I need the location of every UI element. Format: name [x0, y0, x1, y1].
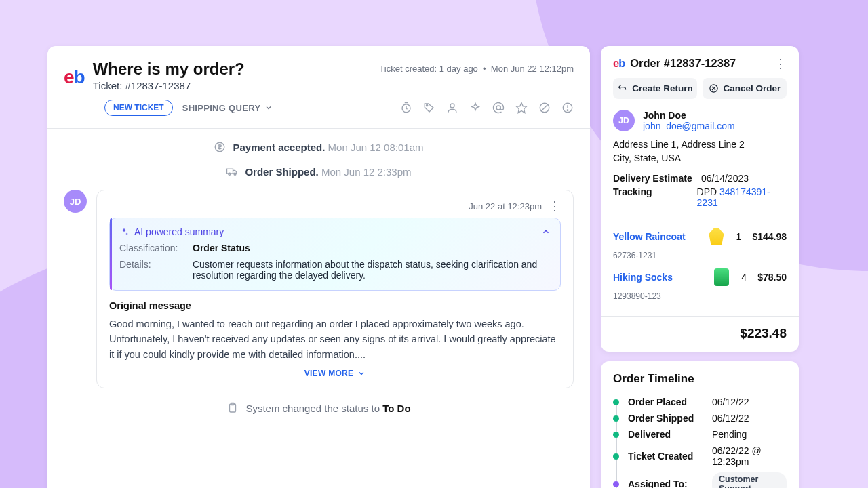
original-message-heading: Original message: [109, 300, 561, 311]
svg-point-3: [496, 106, 500, 110]
svg-line-6: [541, 104, 549, 112]
sparkle-icon[interactable]: [469, 102, 481, 114]
svg-point-9: [567, 110, 568, 111]
customer-avatar: JD: [613, 110, 635, 131]
view-more-button[interactable]: VIEW MORE: [109, 369, 561, 378]
original-message-body: Good morning, I wanted to reach out rega…: [109, 317, 561, 362]
brand-logo: eb: [64, 60, 85, 92]
mention-icon[interactable]: [492, 102, 505, 114]
new-ticket-badge: NEW TICKET: [104, 100, 173, 116]
ticket-panel: eb Where is my order? Ticket: #12837-123…: [47, 46, 590, 488]
order-item: Hiking Socks 4 $78.50 1293890-123: [613, 268, 787, 306]
svg-point-12: [229, 173, 231, 175]
customer-email[interactable]: john_doe@gmail.com: [643, 121, 735, 131]
order-total: $223.48: [613, 326, 787, 341]
svg-point-1: [427, 105, 428, 106]
ai-details: Customer requests information about the …: [193, 259, 551, 281]
ticket-title: Where is my order?: [93, 60, 245, 79]
message-menu-icon[interactable]: ⋮: [549, 200, 561, 212]
tag-icon[interactable]: [423, 102, 435, 114]
return-icon: [617, 83, 627, 94]
status-change-event: System changed the status to To Do: [64, 402, 574, 414]
delivery-estimate: 06/14/2023: [701, 173, 749, 184]
svg-point-2: [450, 104, 454, 108]
star-icon[interactable]: [515, 102, 528, 114]
message-timestamp: Jun 22 at 12:23pm: [469, 201, 542, 211]
category-dropdown[interactable]: SHIPPING QUERY: [182, 103, 273, 113]
cancel-icon: [709, 83, 719, 94]
brand-logo-small: eb: [613, 57, 625, 70]
order-card: eb Order #12837-12387 ⋮ Create Return Ca…: [601, 46, 799, 352]
order-item: Yellow Raincoat 1 $144.98 62736-1231: [613, 228, 787, 266]
assignee-badge: Customer Support: [712, 472, 787, 488]
ai-summary-box: AI powered summary Classification: Order…: [109, 218, 561, 291]
event-payment: Payment accepted. Mon Jun 12 08:01am: [64, 141, 574, 153]
ai-classification: Order Status: [193, 243, 551, 253]
product-thumb-icon: [714, 268, 729, 286]
truck-icon: [226, 165, 238, 178]
customer-address: Address Line 1, Address Line 2 City, Sta…: [613, 138, 787, 165]
chevron-down-icon: [264, 104, 273, 112]
chevron-down-icon: [357, 369, 366, 378]
order-items: Yellow Raincoat 1 $144.98 62736-1231 Hik…: [613, 228, 787, 306]
collapse-icon[interactable]: [541, 227, 551, 237]
svg-point-13: [234, 173, 236, 175]
ai-sparkle-icon: [119, 227, 129, 237]
ticket-created-meta: Ticket created: 1 day ago • Mon Jun 22 1…: [379, 64, 574, 74]
block-icon[interactable]: [538, 102, 551, 114]
clipboard-icon: [226, 402, 239, 414]
product-thumb-icon: [709, 228, 724, 245]
cancel-order-button[interactable]: Cancel Order: [703, 78, 787, 99]
svg-marker-4: [517, 103, 527, 113]
message-card: Jun 22 at 12:23pm ⋮ AI powered summary: [96, 190, 574, 388]
timer-icon[interactable]: [400, 102, 412, 114]
alert-icon[interactable]: [561, 102, 574, 114]
timeline-card: Order Timeline Order Placed06/12/22 Orde…: [601, 361, 799, 488]
create-return-button[interactable]: Create Return: [613, 78, 697, 99]
order-title: Order #12837-12387: [630, 57, 736, 70]
customer-name: John Doe: [643, 110, 735, 121]
order-menu-icon[interactable]: ⋮: [774, 58, 787, 70]
dollar-icon: [214, 141, 226, 153]
tracking-number: DPD 348174391-2231: [697, 186, 787, 208]
ticket-id: Ticket: #12837-12387: [93, 80, 245, 92]
user-icon[interactable]: [446, 102, 458, 114]
event-shipped: Order Shipped. Mon Jun 12 2:33pm: [64, 165, 574, 178]
message-avatar: JD: [64, 190, 87, 213]
